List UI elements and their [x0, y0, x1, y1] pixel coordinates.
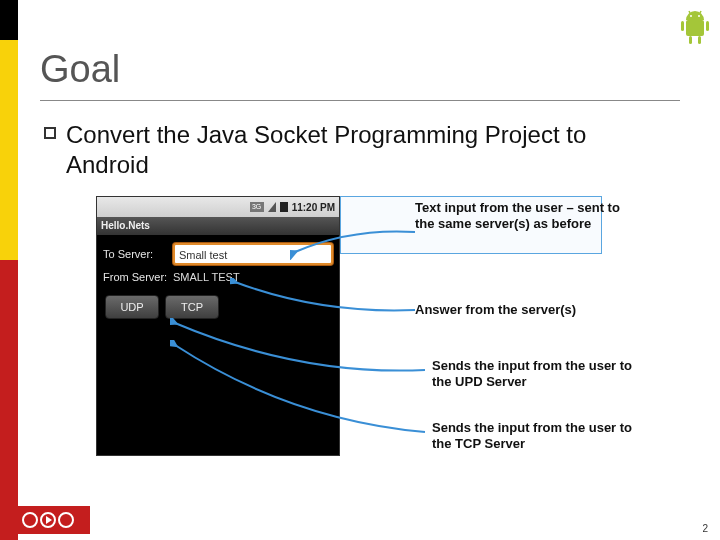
3g-icon: 3G — [250, 202, 264, 212]
svg-point-7 — [690, 15, 692, 17]
udp-button[interactable]: UDP — [105, 295, 159, 319]
svg-rect-2 — [706, 21, 709, 31]
annotation-tcp: Sends the input from the user to the TCP… — [432, 420, 642, 453]
annotation-input: Text input from the user – sent to the s… — [415, 200, 625, 233]
from-server-label: From Server: — [103, 271, 173, 283]
to-server-label: To Server: — [103, 248, 173, 260]
app-title-bar: Hello.Nets — [97, 217, 339, 235]
status-time: 11:20 PM — [292, 202, 335, 213]
svg-point-8 — [698, 15, 700, 17]
svg-rect-3 — [689, 36, 692, 44]
signal-icon — [268, 202, 276, 212]
annotation-answer: Answer from the server(s) — [415, 302, 625, 318]
svg-rect-4 — [698, 36, 701, 44]
bullet-square-icon — [44, 127, 56, 139]
ece-logo — [18, 506, 90, 534]
tcp-button[interactable]: TCP — [165, 295, 219, 319]
page-number: 2 — [702, 523, 708, 534]
android-phone-mockup: 3G 11:20 PM Hello.Nets To Server: Small … — [96, 196, 340, 456]
android-robot-icon — [680, 10, 710, 46]
svg-rect-1 — [681, 21, 684, 31]
title-underline — [40, 100, 680, 101]
bullet-text: Convert the Java Socket Programming Proj… — [66, 120, 664, 180]
to-server-input[interactable]: Small test — [173, 243, 333, 265]
slide-title: Goal — [40, 48, 120, 91]
battery-icon — [280, 202, 288, 212]
status-bar: 3G 11:20 PM — [97, 197, 339, 217]
from-server-value: SMALL TEST — [173, 271, 333, 283]
bullet-item: Convert the Java Socket Programming Proj… — [44, 120, 664, 180]
left-color-stripe — [0, 0, 18, 540]
svg-rect-0 — [686, 20, 704, 36]
annotation-udp: Sends the input from the user to the UPD… — [432, 358, 642, 391]
